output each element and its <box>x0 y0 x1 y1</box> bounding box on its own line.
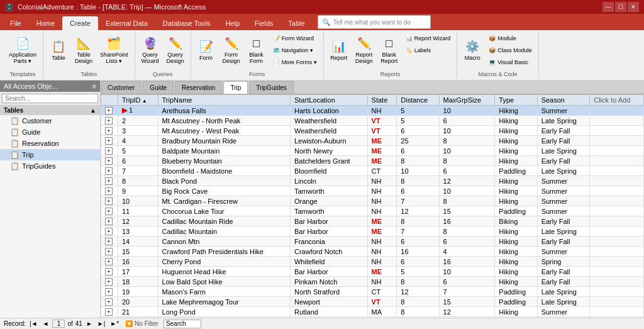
sharepoint-lists-button[interactable]: 🗂️ SharePointLists ▾ <box>97 33 131 68</box>
tab-file[interactable]: File <box>3 16 29 30</box>
expand-cell[interactable]: + <box>101 196 118 206</box>
table-row[interactable]: + 21 Long Pond Rutland MA 8 12 Hiking Su… <box>101 307 644 317</box>
last-record-button[interactable]: ►| <box>96 320 107 327</box>
table-row[interactable]: + 15 Crawford Path Presidentials Hike Cr… <box>101 247 644 257</box>
class-module-button[interactable]: 📦 Class Module <box>486 45 535 56</box>
tab-guide[interactable]: Guide <box>143 81 174 94</box>
table-row[interactable]: + 4 Bradbury Mountain Ride Lewiston-Aubu… <box>101 136 644 146</box>
tab-help[interactable]: Help <box>218 16 247 30</box>
table-row[interactable]: + 13 Cadillac Mountain Bar Harbor ME 7 8… <box>101 226 644 237</box>
module-button[interactable]: 📦 Module <box>486 33 535 44</box>
col-tripname[interactable]: TripName <box>158 95 290 106</box>
ribbon-search-placeholder[interactable]: Tell me what you want to do <box>333 19 411 26</box>
query-wizard-button[interactable]: 🔮 QueryWizard <box>139 33 162 68</box>
sidebar-item-customer[interactable]: 📋 Customer <box>0 115 100 126</box>
table-row[interactable]: + 9 Big Rock Cave Tamworth NH 6 10 Hikin… <box>101 186 644 196</box>
expand-cell[interactable]: + <box>101 287 118 297</box>
table-row[interactable]: + 19 Mason's Farm North Stratford CT 12 … <box>101 287 644 297</box>
visual-basic-button[interactable]: 💻 Visual Basic <box>486 57 535 68</box>
table-row[interactable]: + 14 Cannon Mtn Franconia NH 6 6 Hiking … <box>101 237 644 247</box>
col-type[interactable]: Type <box>495 95 537 106</box>
expand-cell[interactable]: + <box>101 146 118 156</box>
expand-cell[interactable]: + <box>101 166 118 176</box>
sidebar-item-trip[interactable]: 📋 Trip <box>0 149 100 160</box>
expand-cell[interactable]: + <box>101 237 118 247</box>
expand-cell[interactable]: + <box>101 126 118 136</box>
more-forms-button[interactable]: 📄 More Forms ▾ <box>270 57 319 68</box>
table-row[interactable]: + 8 Black Pond Lincoln NH 8 12 Hiking Su… <box>101 176 644 186</box>
table-row[interactable]: + 3 Mt Ascutney - West Peak Weathersfiel… <box>101 126 644 136</box>
maximize-button[interactable]: ☐ <box>615 2 626 12</box>
report-button[interactable]: 📊 Report <box>328 33 350 68</box>
expand-cell[interactable]: + <box>101 206 118 216</box>
macro-button[interactable]: ⚙️ Macro <box>461 33 484 68</box>
nav-toggle-icon[interactable]: ≡ <box>92 82 96 90</box>
first-record-button[interactable]: |◄ <box>28 320 39 327</box>
expand-cell[interactable]: + <box>101 317 118 318</box>
table-row[interactable]: + 22 Long Pond Tour Greenville ME 12 10 … <box>101 317 644 318</box>
next-record-button[interactable]: ► <box>85 320 94 327</box>
new-record-button[interactable]: ►* <box>109 320 120 327</box>
table-row[interactable]: + 7 Bloomfield - Maidstone Bloomfield CT… <box>101 166 644 176</box>
tab-reservation[interactable]: Reservation <box>175 81 222 94</box>
table-row[interactable]: + 17 Huguenot Head Hike Bar Harbor ME 5 … <box>101 267 644 277</box>
table-row[interactable]: + 10 Mt. Cardigan - Firescrew Orange NH … <box>101 196 644 206</box>
expand-cell[interactable]: + <box>101 106 118 116</box>
expand-cell[interactable]: + <box>101 156 118 166</box>
expand-cell[interactable]: + <box>101 257 118 267</box>
table-row[interactable]: + 20 Lake Mephremagog Tour Newport VT 8 … <box>101 297 644 307</box>
expand-cell[interactable]: + <box>101 186 118 196</box>
query-design-button[interactable]: ✏️ QueryDesign <box>164 33 187 68</box>
table-row[interactable]: + 5 Baldpate Mountain North Newry ME 6 1… <box>101 146 644 156</box>
table-row[interactable]: + 2 Mt Ascutney - North Peak Weathersfie… <box>101 116 644 126</box>
col-click-to-add[interactable]: Click to Add <box>590 95 644 106</box>
sidebar-item-guide[interactable]: 📋 Guide <box>0 126 100 138</box>
expand-cell[interactable]: + <box>101 216 118 226</box>
tab-table[interactable]: Table <box>280 16 312 30</box>
navigation-button[interactable]: 🗺️ Navigation ▾ <box>270 45 319 56</box>
table-design-button[interactable]: 📐 TableDesign <box>72 33 95 68</box>
data-table-container[interactable]: TripID TripName StartLocation State Dist… <box>101 94 644 318</box>
expand-cell[interactable]: + <box>101 247 118 257</box>
nav-search-input[interactable] <box>2 94 98 103</box>
col-tripid[interactable]: TripID <box>118 95 158 106</box>
tab-external-data[interactable]: External Data <box>98 16 155 30</box>
tab-customer[interactable]: Customer <box>101 81 142 94</box>
close-button[interactable]: ✕ <box>628 2 639 12</box>
table-button[interactable]: 📋 Table <box>47 33 70 68</box>
blank-report-button[interactable]: □ BlankReport <box>378 33 401 68</box>
tab-create[interactable]: Create <box>62 16 98 30</box>
expand-cell[interactable]: + <box>101 116 118 126</box>
table-row[interactable]: + 18 Low Bald Spot Hike Pinkam Notch NH … <box>101 277 644 287</box>
form-design-button[interactable]: ✏️ FormDesign <box>220 33 243 68</box>
application-parts-button[interactable]: 📄 ApplicationParts ▾ <box>6 33 39 68</box>
labels-button[interactable]: 🏷️ Labels <box>403 45 453 56</box>
col-state[interactable]: State <box>367 95 397 106</box>
expand-cell[interactable]: + <box>101 307 118 317</box>
expand-cell[interactable]: + <box>101 226 118 237</box>
tables-section-header[interactable]: Tables ▲ <box>0 106 100 115</box>
tab-tripguides[interactable]: TripGuides <box>249 81 294 94</box>
table-row[interactable]: + 16 Cherry Pond Whitefield NH 6 16 Hiki… <box>101 257 644 267</box>
col-distance[interactable]: Distance <box>397 95 439 106</box>
tab-home[interactable]: Home <box>29 16 62 30</box>
table-row[interactable]: + 11 Chocorua Lake Tour Tamworth NH 12 1… <box>101 206 644 216</box>
form-wizard-button[interactable]: 📝 Form Wizard <box>270 33 319 44</box>
tab-database-tools[interactable]: Database Tools <box>155 16 218 30</box>
minimize-button[interactable]: — <box>602 2 614 12</box>
expand-cell[interactable]: + <box>101 277 118 287</box>
prev-record-button[interactable]: ◄ <box>42 320 50 327</box>
blank-form-button[interactable]: □ BlankForm <box>245 33 268 68</box>
col-startlocation[interactable]: StartLocation <box>290 95 367 106</box>
report-design-button[interactable]: ✏️ ReportDesign <box>353 33 375 68</box>
table-row[interactable]: + 12 Cadillac Mountain Ride Bar Harbor M… <box>101 216 644 226</box>
expand-cell[interactable]: + <box>101 297 118 307</box>
col-season[interactable]: Season <box>537 95 590 106</box>
table-row[interactable]: + ▶ 1 Arethusa Falls Harts Location NH 5… <box>101 106 644 116</box>
expand-cell[interactable]: + <box>101 136 118 146</box>
form-button[interactable]: 📝 Form <box>195 33 218 68</box>
expand-cell[interactable]: + <box>101 267 118 277</box>
current-record[interactable]: 1 <box>52 320 65 328</box>
tab-trip[interactable]: Trip <box>223 81 248 94</box>
report-wizard-button[interactable]: 📊 Report Wizard <box>403 33 453 44</box>
